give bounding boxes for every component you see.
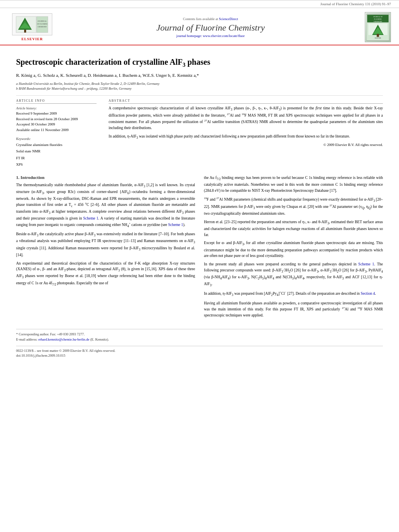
journal-cover-image: JOURNAL OF FLUORINE CHEMISTRY ELSEVIER xyxy=(365,12,391,42)
svg-text:CHEMISTRY: CHEMISTRY xyxy=(38,26,47,28)
abstract-text-2: In addition, η-AlF3 was isolated with hi… xyxy=(109,134,383,140)
article-title: Spectroscopic characterization of crysta… xyxy=(16,57,383,69)
elsevier-emblem-box: JOURNAL OF FLUORINE CHEMISTRY xyxy=(12,13,52,35)
svg-text:JOURNAL: JOURNAL xyxy=(38,20,47,22)
affiliation-a: a Humboldt-Universität zu Berlin, Instit… xyxy=(16,81,383,86)
right-column: the Au f7/2 binding energy has been prov… xyxy=(204,175,383,321)
authors-line: R. König a, G. Scholz a, K. Scheurell a,… xyxy=(16,72,383,79)
affiliations: a Humboldt-Universität zu Berlin, Instit… xyxy=(16,81,383,92)
divider xyxy=(16,95,383,96)
journal-name: Journal of Fluorine Chemistry xyxy=(56,23,365,33)
journal-homepage-url[interactable]: www.elsevier.com/locate/fluor xyxy=(203,34,245,38)
journal-cover-svg: JOURNAL OF FLUORINE CHEMISTRY ELSEVIER xyxy=(366,13,389,41)
article-footer: * Corresponding author. Fax: +49 030 209… xyxy=(16,329,383,358)
keywords-label: Keywords: xyxy=(16,137,97,141)
intro-para-2: Beside α-AlF3 the catalytically active p… xyxy=(16,231,195,258)
revised-date: Received in revised form 28 October 2009 xyxy=(16,117,97,122)
article-info-label: ARTICLE INFO xyxy=(16,99,97,104)
keyword-3: FT IR xyxy=(16,155,97,161)
elsevier-emblem-svg: JOURNAL OF FLUORINE CHEMISTRY xyxy=(14,14,50,35)
article-meta-row: ARTICLE INFO Article history: Received 9… xyxy=(16,99,383,168)
article-info-col: ARTICLE INFO Article history: Received 9… xyxy=(16,99,97,168)
issn-block: 0022-1139/$ – see front matter © 2009 El… xyxy=(16,346,383,357)
intro-para-1: The thermodynamically stable rhombohedra… xyxy=(16,182,195,229)
keywords-list: Crystalline aluminium fluorides Solid st… xyxy=(16,142,97,168)
accepted-date: Accepted 30 October 2009 xyxy=(16,122,97,127)
sciencedirect-line: Contents lists available at ScienceDirec… xyxy=(56,17,365,21)
left-column: 1. Introduction The thermodynamically st… xyxy=(16,175,195,321)
svg-text:ELSEVIER: ELSEVIER xyxy=(375,37,381,39)
right-para-5: In the present study all phases were pre… xyxy=(204,261,383,288)
svg-text:FLUORINE: FLUORINE xyxy=(374,18,382,20)
history-label: Article history: xyxy=(16,106,97,110)
main-content: 1. Introduction The thermodynamically st… xyxy=(16,175,383,321)
author-email[interactable]: erhard.kemnitz@chemie.hu-berlin.de xyxy=(38,337,89,341)
page: Journal of Fluorine Chemistry 131 (2010)… xyxy=(0,0,399,532)
elsevier-logo: JOURNAL OF FLUORINE CHEMISTRY ELSEVIER xyxy=(8,13,56,41)
svg-rect-17 xyxy=(377,34,379,37)
sciencedirect-link[interactable]: ScienceDirect xyxy=(219,17,238,21)
right-para-2: 19F and 27Al NMR parameters (chemical sh… xyxy=(204,196,383,217)
svg-text:JOURNAL OF: JOURNAL OF xyxy=(373,16,383,18)
keyword-2: Solid state NMR xyxy=(16,148,97,154)
svg-text:OF FLUORINE: OF FLUORINE xyxy=(37,23,47,25)
right-para-6: In addition, η-AlF3 was prepared from [A… xyxy=(204,290,383,298)
right-para-4: Except for α- and β-AlF3, for all other … xyxy=(204,240,383,259)
elsevier-name-text: ELSEVIER xyxy=(21,37,43,41)
abstract-label: ABSTRACT xyxy=(109,99,383,104)
article-body: Spectroscopic characterization of crysta… xyxy=(0,45,399,366)
available-date: Available online 11 November 2009 xyxy=(16,127,97,133)
journal-homepage: journal homepage: www.elsevier.com/locat… xyxy=(56,34,365,38)
abstract-text-1: A comprehensive spectroscopic characteri… xyxy=(109,105,383,131)
keyword-1: Crystalline aluminium fluorides xyxy=(16,142,97,148)
keyword-4: XPS xyxy=(16,161,97,168)
corresponding-author-note: * Corresponding author. Fax: +49 030 209… xyxy=(16,332,383,337)
doi-line: doi:10.1016/j.jfluchem.2009.10.015 xyxy=(16,353,383,357)
right-para-1: the Au f7/2 binding energy has been prov… xyxy=(204,175,383,194)
right-para-7: Having all aluminium fluoride phases ava… xyxy=(204,300,383,318)
intro-heading: 1. Introduction xyxy=(16,175,195,180)
copyright-line: © 2009 Elsevier B.V. All rights reserved… xyxy=(109,143,383,147)
journal-header: JOURNAL OF FLUORINE CHEMISTRY ELSEVIER C… xyxy=(0,8,399,45)
svg-text:CHEMISTRY: CHEMISTRY xyxy=(374,21,383,22)
abstract-col: ABSTRACT A comprehensive spectroscopic c… xyxy=(109,99,383,168)
issn-line: 0022-1139/$ – see front matter © 2009 El… xyxy=(16,349,383,353)
received-date: Received 9 September 2009 xyxy=(16,111,97,117)
intro-para-3: An experimental and theoretical descript… xyxy=(16,261,195,287)
journal-title-center: Contents lists available at ScienceDirec… xyxy=(56,17,365,38)
email-line: E-mail address: erhard.kemnitz@chemie.hu… xyxy=(16,337,383,342)
journal-reference: Journal of Fluorine Chemistry 131 (2010)… xyxy=(321,2,391,6)
affiliation-b: b BAM Bundesanstalt für Materialforschun… xyxy=(16,86,383,91)
journal-ref-strip: Journal of Fluorine Chemistry 131 (2010)… xyxy=(0,0,399,8)
right-para-3: Herron et al. [23–25] reported the prepa… xyxy=(204,219,383,238)
